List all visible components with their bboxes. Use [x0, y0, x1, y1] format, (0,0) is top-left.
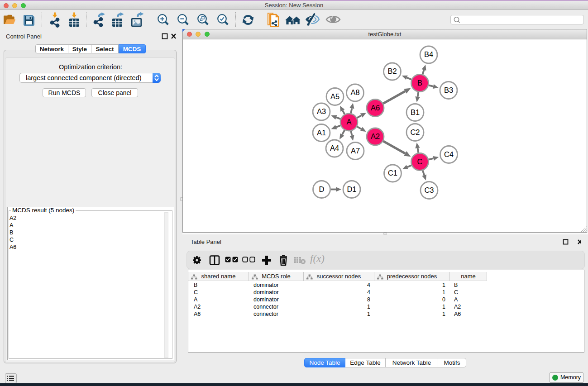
svg-text:A8: A8: [350, 88, 359, 96]
svg-text:B4: B4: [424, 50, 433, 58]
svg-text:A3: A3: [317, 107, 326, 115]
svg-text:B1: B1: [411, 108, 420, 116]
svg-text:C: C: [417, 157, 423, 166]
svg-text:A1: A1: [317, 129, 326, 137]
svg-text:B2: B2: [387, 67, 397, 75]
svg-text:A5: A5: [330, 92, 339, 100]
svg-text:A2: A2: [371, 132, 380, 140]
svg-text:A4: A4: [330, 144, 339, 152]
svg-text:B3: B3: [444, 86, 453, 94]
svg-text:A7: A7: [351, 147, 360, 155]
svg-text:A6: A6: [371, 104, 380, 112]
svg-text:C1: C1: [388, 169, 397, 177]
svg-text:B: B: [417, 79, 422, 87]
svg-text:D: D: [319, 185, 325, 193]
svg-text:C2: C2: [410, 128, 420, 136]
svg-text:A: A: [346, 118, 351, 126]
svg-text:C4: C4: [444, 150, 454, 158]
svg-text:C3: C3: [424, 186, 434, 194]
svg-text:D1: D1: [347, 185, 356, 193]
